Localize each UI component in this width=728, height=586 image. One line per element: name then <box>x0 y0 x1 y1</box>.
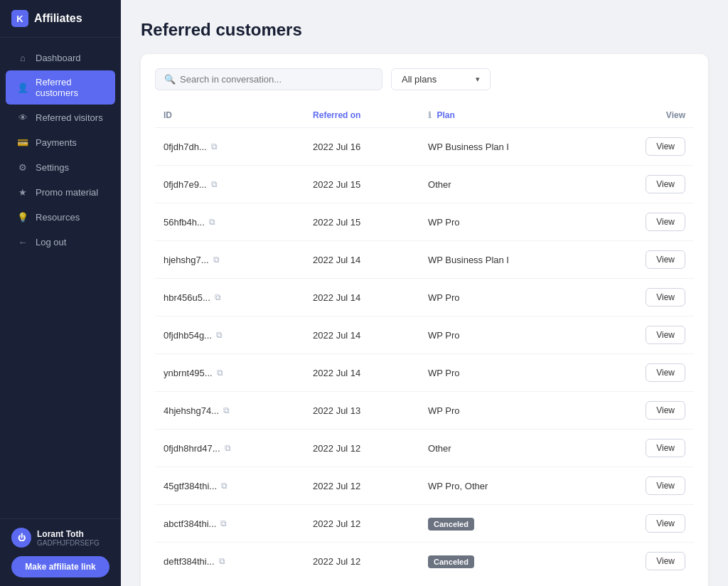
copy-icon[interactable]: ⧉ <box>220 518 227 528</box>
customers-table: ID Referred on ℹ Plan View 0fjdh7dh... ⧉ <box>155 103 694 580</box>
sidebar-item-payments[interactable]: 💳 Payments <box>6 130 115 154</box>
referred-on-cell: 2022 Jul 14 <box>304 316 419 354</box>
view-button[interactable]: View <box>646 552 685 570</box>
copy-icon[interactable]: ⧉ <box>211 142 218 151</box>
user-name: Lorant Toth <box>37 529 100 539</box>
col-view-header: View <box>594 103 694 128</box>
customer-id: ynbrnt495... <box>164 368 213 378</box>
referred-on-cell: 2022 Jul 16 <box>304 128 419 166</box>
view-button[interactable]: View <box>646 250 685 269</box>
view-cell: View <box>594 128 694 166</box>
nav-items: ⌂ Dashboard 👤 Referred customers 👁 Refer… <box>0 38 121 518</box>
view-button[interactable]: View <box>646 137 685 156</box>
sidebar-item-resources[interactable]: 💡 Resources <box>6 205 115 229</box>
referred-on-cell: 2022 Jul 14 <box>304 279 419 316</box>
table-row: 0fjdh8hrd47... ⧉ 2022 Jul 12 Other View <box>155 430 694 467</box>
view-button[interactable]: View <box>646 175 685 193</box>
view-cell: View <box>594 316 694 354</box>
plan-text: WP Pro <box>428 368 460 378</box>
customer-id: 0fjdh7e9... <box>164 179 207 190</box>
id-cell: 0fjdhb54g... ⧉ <box>155 316 304 354</box>
copy-icon[interactable]: ⧉ <box>225 443 231 453</box>
logout-icon: ← <box>17 236 28 247</box>
plan-text: Other <box>428 179 451 190</box>
search-box: 🔍 <box>155 68 382 90</box>
view-button[interactable]: View <box>646 514 685 533</box>
plan-cell: WP Business Plan I <box>419 128 593 166</box>
view-button[interactable]: View <box>646 213 685 231</box>
sidebar-item-referred-customers[interactable]: 👤 Referred customers <box>6 70 115 105</box>
make-affiliate-button[interactable]: Make affiliate link <box>11 556 109 577</box>
table-row: abctf384thi... ⧉ 2022 Jul 12 Canceled Vi… <box>155 505 694 543</box>
canceled-badge: Canceled <box>428 518 474 531</box>
plan-cell: Canceled <box>419 543 593 580</box>
plan-text: WP Pro <box>428 217 460 228</box>
sidebar-item-settings[interactable]: ⚙ Settings <box>6 155 115 179</box>
plan-cell: WP Business Plan I <box>419 241 593 279</box>
copy-icon[interactable]: ⧉ <box>219 556 225 566</box>
logo-box: K <box>11 10 28 27</box>
user-details: Lorant Toth GADFHJFDRSEFG <box>37 529 100 547</box>
view-button[interactable]: View <box>646 363 685 382</box>
copy-icon[interactable]: ⧉ <box>223 405 230 415</box>
user-icon: 👤 <box>17 82 28 93</box>
col-referred-on-header: Referred on <box>304 103 419 128</box>
view-button[interactable]: View <box>646 288 685 307</box>
referred-on-cell: 2022 Jul 12 <box>304 467 419 505</box>
copy-icon[interactable]: ⧉ <box>216 330 223 340</box>
sidebar-item-dashboard[interactable]: ⌂ Dashboard <box>6 46 115 70</box>
sidebar: K Affiliates ⌂ Dashboard 👤 Referred cust… <box>0 0 121 586</box>
content-card: 🔍 All plans ▾ ID Referred on ℹ Plan View <box>141 54 708 586</box>
customer-id: 0fjdh7dh... <box>164 142 207 152</box>
view-cell: View <box>594 203 694 241</box>
id-cell: 0fjdh7e9... ⧉ <box>155 166 304 203</box>
chevron-down-icon: ▾ <box>476 75 480 84</box>
sidebar-item-log-out[interactable]: ← Log out <box>6 230 115 254</box>
customer-id: 0fjdhb54g... <box>164 330 212 341</box>
search-input[interactable] <box>180 74 373 85</box>
view-button[interactable]: View <box>646 401 685 420</box>
copy-icon[interactable]: ⧉ <box>211 179 218 189</box>
user-sub: GADFHJFDRSEFG <box>37 539 100 547</box>
table-row: 0fjdh7dh... ⧉ 2022 Jul 16 WP Business Pl… <box>155 128 694 166</box>
copy-icon[interactable]: ⧉ <box>221 481 228 491</box>
nav-item-label: Referred visitors <box>36 112 103 123</box>
power-icon: ⏻ <box>18 533 26 542</box>
view-button[interactable]: View <box>646 439 685 457</box>
copy-icon[interactable]: ⧉ <box>209 217 215 227</box>
search-icon: 🔍 <box>164 74 176 85</box>
eye-icon: 👁 <box>17 112 28 123</box>
view-cell: View <box>594 392 694 430</box>
customer-id: deftf384thi... <box>164 556 215 567</box>
referred-on-cell: 2022 Jul 15 <box>304 203 419 241</box>
plan-info-icon: ℹ <box>428 110 432 120</box>
copy-icon[interactable]: ⧉ <box>217 368 223 378</box>
plan-text: WP Pro <box>428 405 460 416</box>
sidebar-item-promo-material[interactable]: ★ Promo material <box>6 180 115 204</box>
nav-item-label: Promo material <box>36 187 98 198</box>
id-cell: 45gtf384thi... ⧉ <box>155 467 304 505</box>
plan-text: WP Business Plan I <box>428 255 509 265</box>
app-name: Affiliates <box>34 12 82 25</box>
sidebar-item-referred-visitors[interactable]: 👁 Referred visitors <box>6 105 115 129</box>
nav-item-label: Settings <box>36 162 69 173</box>
referred-on-cell: 2022 Jul 14 <box>304 241 419 279</box>
customer-id: hjehshg7... <box>164 255 209 265</box>
copy-icon[interactable]: ⧉ <box>213 255 220 265</box>
plan-cell: Other <box>419 166 593 203</box>
table-row: hjehshg7... ⧉ 2022 Jul 14 WP Business Pl… <box>155 241 694 279</box>
view-cell: View <box>594 505 694 543</box>
view-button[interactable]: View <box>646 326 685 344</box>
referred-on-cell: 2022 Jul 12 <box>304 430 419 467</box>
view-button[interactable]: View <box>646 476 685 495</box>
credit-card-icon: 💳 <box>17 137 28 148</box>
customer-id: 0fjdh8hrd47... <box>164 443 220 454</box>
page-title: Referred customers <box>141 20 708 40</box>
copy-icon[interactable]: ⧉ <box>215 292 221 302</box>
home-icon: ⌂ <box>17 52 28 63</box>
id-cell: deftf384thi... ⧉ <box>155 543 304 580</box>
table-row: 4hjehshg74... ⧉ 2022 Jul 13 WP Pro View <box>155 392 694 430</box>
plan-filter-dropdown[interactable]: All plans ▾ <box>391 68 491 90</box>
id-cell: abctf384thi... ⧉ <box>155 505 304 543</box>
plan-cell: WP Pro <box>419 279 593 316</box>
